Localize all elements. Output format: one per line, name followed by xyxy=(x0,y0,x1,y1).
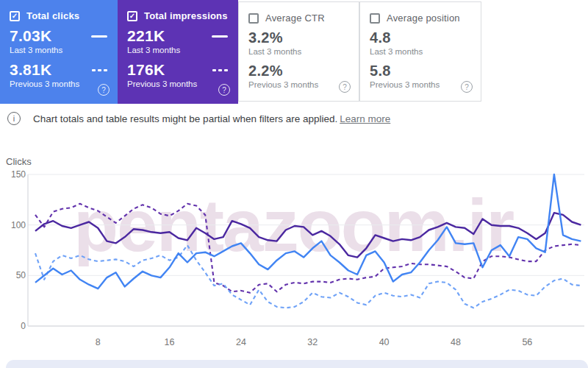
card-label: Total clicks xyxy=(26,10,79,21)
period-label-previous: Previous 3 months xyxy=(10,79,109,88)
notice-text: Chart totals and table results might be … xyxy=(33,113,390,124)
solid-line-legend-icon xyxy=(212,35,228,38)
notice-message: Chart totals and table results might be … xyxy=(33,113,337,124)
value-row-current: 4.8 xyxy=(370,30,472,46)
value-row-previous: 176K xyxy=(127,62,229,78)
period-label-current: Last 3 months xyxy=(370,47,472,56)
value-row-previous: 3.81K xyxy=(10,62,109,78)
svg-text:150: 150 xyxy=(11,169,26,180)
period-label-current: Last 3 months xyxy=(248,47,350,56)
value-row-previous: 2.2% xyxy=(248,63,350,79)
metric-value-current: 3.2% xyxy=(248,30,283,46)
card-label: Average CTR xyxy=(265,13,325,24)
svg-text:56: 56 xyxy=(522,337,532,347)
card-label: Total impressions xyxy=(144,10,228,21)
svg-text:40: 40 xyxy=(379,337,390,347)
metric-cards-row: ✓ Total clicks 7.03K Last 3 months 3.81K… xyxy=(0,0,481,104)
metric-value-current: 7.03K xyxy=(10,28,52,44)
search-console-performance-page: ✓ Total clicks 7.03K Last 3 months 3.81K… xyxy=(0,0,588,368)
checkbox-unchecked-icon[interactable] xyxy=(248,13,259,24)
help-icon[interactable]: ? xyxy=(461,81,473,93)
svg-text:24: 24 xyxy=(236,337,246,347)
help-icon[interactable]: ? xyxy=(218,84,230,96)
metric-value-previous: 2.2% xyxy=(248,63,283,79)
period-label-previous: Previous 3 months xyxy=(370,80,472,89)
help-icon[interactable]: ? xyxy=(339,81,351,93)
period-label-current: Last 3 months xyxy=(10,46,109,54)
metric-value-current: 221K xyxy=(127,28,165,44)
card-header: Average position xyxy=(370,13,472,24)
metric-card-average-ctr[interactable]: Average CTR 3.2% Last 3 months 2.2% Prev… xyxy=(238,1,359,102)
metric-card-total-impressions[interactable]: ✓ Total impressions 221K Last 3 months 1… xyxy=(118,0,238,104)
metric-value-previous: 176K xyxy=(127,62,165,78)
solid-line-legend-icon xyxy=(91,35,107,38)
metric-card-total-clicks[interactable]: ✓ Total clicks 7.03K Last 3 months 3.81K… xyxy=(0,0,118,104)
card-header: ✓ Total clicks xyxy=(10,10,109,21)
value-row-current: 7.03K xyxy=(10,28,109,44)
svg-text:8: 8 xyxy=(96,337,101,347)
learn-more-link[interactable]: Learn more xyxy=(340,113,390,124)
metric-value-previous: 3.81K xyxy=(10,62,52,78)
metric-value-previous: 5.8 xyxy=(370,63,391,79)
metric-card-average-position[interactable]: Average position 4.8 Last 3 months 5.8 P… xyxy=(359,1,481,102)
checkbox-unchecked-icon[interactable] xyxy=(370,13,380,24)
filters-notice: i Chart totals and table results might b… xyxy=(7,112,390,125)
svg-text:50: 50 xyxy=(16,270,26,280)
info-icon: i xyxy=(7,112,21,125)
card-label: Average position xyxy=(387,13,460,24)
card-header: Average CTR xyxy=(248,13,350,24)
dotted-line-legend-icon xyxy=(92,69,107,71)
svg-text:100: 100 xyxy=(11,220,26,230)
metric-value-current: 4.8 xyxy=(370,30,391,46)
svg-text:48: 48 xyxy=(451,337,461,347)
svg-text:16: 16 xyxy=(165,337,175,347)
dotted-line-legend-icon xyxy=(212,69,228,71)
svg-text:0: 0 xyxy=(21,321,26,331)
next-section-card-top xyxy=(6,360,588,368)
chart-axis-title: Clicks xyxy=(6,156,32,167)
value-row-current: 3.2% xyxy=(248,30,350,46)
checkbox-checked-icon[interactable]: ✓ xyxy=(127,11,137,21)
help-icon[interactable]: ? xyxy=(98,84,110,96)
value-row-previous: 5.8 xyxy=(370,63,472,79)
value-row-current: 221K xyxy=(127,28,229,44)
svg-text:32: 32 xyxy=(307,337,318,347)
checkbox-checked-icon[interactable]: ✓ xyxy=(10,11,20,21)
period-label-previous: Previous 3 months xyxy=(248,80,350,89)
period-label-current: Last 3 months xyxy=(127,46,229,54)
period-label-previous: Previous 3 months xyxy=(127,79,229,88)
card-header: ✓ Total impressions xyxy=(127,10,229,21)
